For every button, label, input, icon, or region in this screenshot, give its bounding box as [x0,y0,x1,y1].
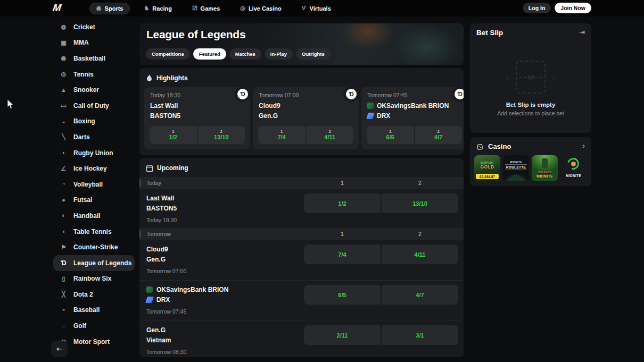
casino-tile-serpent-gold[interactable]: SERPENT GOLD £2,264.87 [474,155,500,181]
odds-button-1[interactable]: 1/2 [304,193,381,213]
sidebar-item-label: Ice Hockey [73,165,107,172]
nav-item-live-casino[interactable]: ◎ Live Casino [234,3,287,14]
casino-tile-midnite-roulette[interactable]: MIDNITE ROULETTE [503,155,529,181]
column-header-1: 1 [304,231,381,237]
snooker-triangle-icon: ▲ [60,87,68,93]
odds-button-2[interactable]: 213/10 [198,126,245,144]
odds-value: 13/10 [214,134,229,140]
match-row[interactable]: OKSavingsBank BRION DRX Tomorrow 07:45 6… [139,281,464,321]
sidebar-item-ice-hockey[interactable]: ∠Ice Hockey [53,161,135,176]
team-name: Gen.G [259,112,278,120]
sidebar-item-basketball[interactable]: ◉Basketball [53,50,135,66]
home-team: Last Wall [146,195,174,202]
drx-team-logo [366,113,375,119]
odds-button-2[interactable]: 13/10 [382,193,458,213]
odds-button-1[interactable]: 16/5 [367,126,414,144]
sidebar-item-league-of-legends[interactable]: ƊLeague of Legends [53,255,135,271]
sidebar-item-call-of-duty[interactable]: ▭Call of Duty [53,98,135,114]
sidebar-item-volleyball[interactable]: ◔Volleyball [53,176,135,192]
match-row[interactable]: Gen.G Vietnam Tomorrow 08:30 2/11 3/1 [139,321,464,357]
odds-value: 1/2 [338,200,346,207]
sidebar-item-baseball[interactable]: ◓Baseball [53,302,135,318]
odds-button-1[interactable]: 2/11 [304,325,381,345]
collapse-left-icon: ⇤ [56,345,62,353]
sidebar-collapse-button[interactable]: ⇤ [51,341,68,357]
empty-bet-slip-ticket-icon: M [516,61,546,94]
sidebar-item-label: Dota 2 [73,291,93,298]
upcoming-title: Upcoming [157,164,188,172]
odds-button-2[interactable]: 4/7 [382,285,458,305]
odds-button-1[interactable]: 6/5 [304,285,381,305]
team-name: BASTON5 [150,112,180,120]
sidebar-item-dota-2[interactable]: ╳Dota 2 [53,287,135,302]
odds-label: 2 [329,130,331,134]
match-card[interactable]: Tomorrow 07:45 Ɗ OKSavingsBank BRION DRX… [361,87,464,149]
match-row[interactable]: Cloud9 Gen.G Tomorrow 07:00 7/4 4/11 [139,240,464,281]
sidebar-item-boxing[interactable]: ◒Boxing [53,114,135,130]
sidebar-item-golf[interactable]: ◌Golf [53,318,135,334]
nav-item-sports[interactable]: ◉ Sports [89,3,130,14]
odds-button-2[interactable]: 24/11 [307,126,354,144]
primary-nav: ◉ Sports ♞ Racing ⚂ Games ◎ Live Casino … [89,0,337,16]
log-in-button[interactable]: Log In [523,3,551,13]
sidebar-item-table-tennis[interactable]: ◖Table Tennis [53,224,135,240]
sidebar-item-tennis[interactable]: ◎Tennis [53,66,135,82]
team-name: Last Wall [146,195,174,202]
away-team: DRX [367,112,390,120]
chevron-right-icon[interactable]: › [582,141,585,150]
sidebar-item-futsal[interactable]: ●Futsal [53,192,135,208]
match-time: Today 18:30 [150,92,180,98]
tennis-ball-icon: ◎ [60,71,68,77]
tab-in-play[interactable]: In-Play [265,48,293,60]
match-card[interactable]: Today 18:30 Ɗ Last Wall BASTON5 11/2 213… [144,87,250,149]
sidebar-item-label: Golf [73,322,86,330]
odds-button-1[interactable]: 7/4 [304,245,381,264]
sidebar-item-rainbow-six[interactable]: ▯Rainbow Six [53,271,135,287]
tab-featured[interactable]: Featured [193,48,226,60]
match-card[interactable]: Tomorrow 07:00 Ɗ Cloud9 Gen.G 17/4 24/11 [253,87,359,149]
tab-outrights[interactable]: Outrights [296,48,331,60]
mouse-cursor [7,99,14,110]
ticket-perforation [519,77,542,78]
sidebar-item-label: Counter-Strike [73,243,118,251]
brand-logo[interactable]: M [52,2,61,14]
sidebar-item-counter-strike[interactable]: ⚑Counter-Strike [53,239,135,255]
sidebar-item-mma[interactable]: ▣MMA [53,35,135,51]
odds-value: 4/7 [434,134,442,140]
join-now-button[interactable]: Join Now [555,3,591,13]
odds-button-2[interactable]: 3/1 [382,325,458,345]
odds-button-2[interactable]: 24/7 [415,126,463,144]
sidebar-item-rugby-union[interactable]: ◗Rugby Union [53,145,135,161]
calendar-icon [146,165,153,172]
odds-label: 1 [172,130,174,134]
sidebar-item-handball[interactable]: ◐Handball [53,208,135,224]
odds-button-2[interactable]: 4/11 [382,245,458,264]
drx-team-logo [145,297,154,303]
sidebar-item-cricket[interactable]: ◍Cricket [53,19,135,35]
nav-item-virtuals[interactable]: Ѵ Virtuals [295,3,337,14]
casino-tile-big-bass-midnite[interactable]: BIG BASS MIDNITE [532,155,558,181]
odds-button-1[interactable]: 17/4 [258,126,306,144]
sidebar-item-snooker[interactable]: ▲Snooker [53,82,135,98]
tab-matches[interactable]: Matches [229,48,261,60]
odds-button-1[interactable]: 11/2 [150,126,197,144]
volleyball-icon: ◔ [60,181,68,187]
sidebar-item-darts[interactable]: ╲Darts [53,129,135,145]
odds-value: 6/5 [386,134,394,140]
tab-competitions[interactable]: Competitions [146,48,190,60]
odds-value: 13/10 [412,200,427,207]
nav-item-label: Virtuals [310,5,331,12]
dota-2-icon: ╳ [60,291,68,297]
divider [470,44,591,44]
nav-item-games[interactable]: ⚂ Games [186,3,226,14]
okbrion-team-logo [367,103,374,109]
odds-value: 4/7 [416,292,424,298]
away-team: DRX [146,296,170,304]
sidebar-item-label: Boxing [73,117,95,125]
casino-tile-midnite-ultra[interactable]: MIDNITE [560,155,587,181]
nav-item-racing[interactable]: ♞ Racing [137,3,178,14]
handball-icon: ◐ [60,213,68,218]
team-name: Cloud9 [146,246,168,253]
match-row[interactable]: Last Wall BASTON5 Today 18:30 1/2 13/10 [139,189,464,228]
collapse-right-icon[interactable]: ⇥ [579,28,585,36]
